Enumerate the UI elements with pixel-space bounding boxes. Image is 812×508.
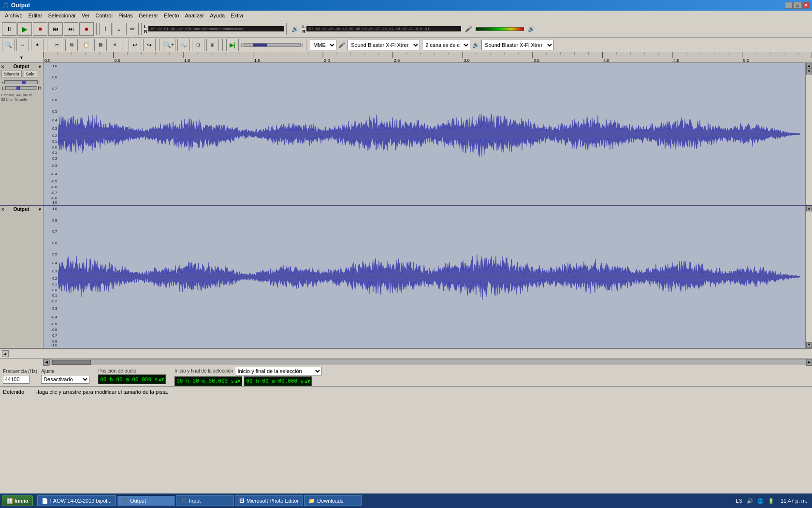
track1-dropdown[interactable]: ▼ <box>38 64 42 69</box>
record-button[interactable]: ● <box>79 22 94 36</box>
tool-draw[interactable]: ✏ <box>126 23 139 35</box>
track2-close[interactable]: ✕ <box>1 207 5 212</box>
track1-solo[interactable]: Solo <box>24 71 37 77</box>
prev-button[interactable]: ⏮ <box>48 22 63 36</box>
adjust-select[interactable]: Desactivado <box>41 375 89 384</box>
menu-control[interactable]: Control <box>92 12 115 19</box>
systray-network[interactable]: 🌐 <box>756 497 764 505</box>
tool-select[interactable]: I <box>99 23 112 35</box>
play-button[interactable]: ▶ <box>17 22 32 36</box>
api-select[interactable]: MME <box>310 40 336 50</box>
cursor-arrow[interactable]: ▼ <box>19 55 24 60</box>
track1-mute[interactable]: Silencio <box>1 71 22 77</box>
svg-text:0.5: 0.5 <box>115 58 121 62</box>
cut-tool[interactable]: ✂ <box>51 39 63 51</box>
taskbar-photo[interactable]: 🖼 Microsoft Photo Editor <box>235 495 303 506</box>
menu-analizar[interactable]: Analizar <box>182 12 207 19</box>
menu-archivo[interactable]: Archivo <box>2 12 26 19</box>
end-arrows[interactable]: ▲▼ <box>304 379 310 384</box>
systray-battery[interactable]: 🔋 <box>767 497 775 505</box>
position-slider[interactable] <box>243 43 301 47</box>
pos-arrows[interactable]: ▲▼ <box>159 377 164 382</box>
close-button[interactable]: ✕ <box>802 2 810 9</box>
vscroll-up[interactable]: ▲ <box>806 63 812 69</box>
svg-text:4.0: 4.0 <box>603 58 609 62</box>
pause-button[interactable]: ⏸ <box>2 22 16 36</box>
track2-vscroll[interactable]: ▲ ▼ <box>805 206 812 348</box>
menu-pistas[interactable]: Pistas <box>116 12 136 19</box>
time-shift-tool[interactable]: ↔ <box>16 39 29 51</box>
track1-waveform[interactable]: 1.0 0.8 0.7 0.6 0.5 0.4 0.3 0.2 0.1 0.0 … <box>44 63 805 205</box>
track1-name: Output <box>14 64 29 69</box>
selection-type-select[interactable]: Inicio y final de la selección <box>235 367 322 375</box>
track-expand-btn[interactable]: ▲ <box>2 350 9 357</box>
output-slider[interactable] <box>476 27 524 31</box>
zoom-out-btn[interactable]: 🔍- <box>177 39 190 51</box>
menu-seleccionar[interactable]: Seleccionar <box>45 12 78 19</box>
play-cursor[interactable]: ▶| <box>226 39 239 51</box>
zoom-in-btn[interactable]: 🔍+ <box>163 39 175 51</box>
zoom-tool[interactable]: 🔍 <box>2 39 14 51</box>
next-button[interactable]: ⏭ <box>64 22 78 36</box>
output-volume-icon[interactable]: 🔊 <box>289 23 302 35</box>
hscroll-spacer <box>0 359 44 366</box>
channels-select[interactable]: 2 canales de c <box>422 40 470 50</box>
track2-y-axis: 1.0 0.8 0.7 0.6 0.5 0.4 0.3 0.2 0.1 0.0 … <box>44 206 58 348</box>
silence-tool[interactable]: ≡ <box>109 39 121 51</box>
input-device-select[interactable]: Sound Blaster X-Fi Xtrer <box>348 40 420 50</box>
menu-ayuda[interactable]: Ayuda <box>207 12 228 19</box>
track1-gain-row: - + <box>1 79 42 85</box>
svg-text:3.5: 3.5 <box>534 58 540 62</box>
menu-ver[interactable]: Ver <box>79 12 93 19</box>
systray-lang[interactable]: ES <box>735 497 743 505</box>
track1-vscroll[interactable]: ▲ ▼ <box>805 63 812 205</box>
output-device-select[interactable]: Sound Blaster X-Fi Xtrer <box>481 40 554 50</box>
systray-volume[interactable]: 🔊 <box>746 497 754 505</box>
maximize-button[interactable]: □ <box>794 2 801 9</box>
zoom-fit-btn[interactable]: ⊞ <box>206 39 219 51</box>
taskbar-faow[interactable]: 📄 FAOW 14-02-2019 bipol... <box>37 495 116 506</box>
track1-close[interactable]: ✕ <box>1 64 5 69</box>
hscroll-thumb[interactable] <box>52 360 91 365</box>
track2-dropdown[interactable]: ▼ <box>38 207 42 212</box>
tool-envelope[interactable]: ⌄ <box>113 23 125 35</box>
vu-input-display[interactable]: -57 -54 -51 -48 -45 · Clic para comenzar… <box>148 26 284 31</box>
track1-y-axis: 1.0 0.8 0.7 0.6 0.5 0.4 0.3 0.2 0.1 0.0 … <box>44 63 58 205</box>
output-mic-icon[interactable]: 🎤 <box>462 23 475 35</box>
hscroll-right[interactable]: ▶ <box>806 359 812 366</box>
audio-pos-field[interactable]: 00 h 00 m 00.000 s ▲▼ <box>98 374 166 384</box>
sel-start-field[interactable]: 00 h 00 m 00.000 s ▲▼ <box>174 376 242 386</box>
track1-gain-slider[interactable] <box>4 80 38 84</box>
copy-region[interactable]: ⧉ <box>65 39 78 51</box>
output-vol-btn[interactable]: 🔊 <box>525 23 537 35</box>
undo-btn[interactable]: ↩ <box>129 39 141 51</box>
stop-button[interactable]: ■ <box>33 22 47 36</box>
zoom-sel-btn[interactable]: ⊡ <box>192 39 204 51</box>
paste-tool[interactable]: 📋 <box>80 39 92 51</box>
sel-end-field[interactable]: 00 h 00 m 00.000 s ▲▼ <box>244 376 312 386</box>
hscroll-left[interactable]: ◀ <box>44 359 49 366</box>
vscroll2-up[interactable]: ▲ <box>806 206 812 211</box>
menu-generar[interactable]: Generar <box>136 12 161 19</box>
menu-editar[interactable]: Editar <box>26 12 45 19</box>
menu-extra[interactable]: Extra <box>228 12 246 19</box>
track2-name: Output <box>14 207 29 212</box>
menu-efecto[interactable]: Efecto <box>161 12 182 19</box>
output-vu-display[interactable]: -57 -54 -51 -48 -45 -42 -39 -36 -33 -30 … <box>306 26 461 31</box>
freq-input[interactable] <box>3 375 29 384</box>
vscroll2-down[interactable]: ▼ <box>806 342 812 348</box>
svg-text:1.5: 1.5 <box>254 58 261 62</box>
vscroll-down[interactable]: ▼ <box>806 69 812 75</box>
hscroll-track[interactable] <box>49 359 806 365</box>
redo-btn[interactable]: ↪ <box>143 39 156 51</box>
taskbar-downloads[interactable]: 📁 Downloads <box>304 495 362 506</box>
taskbar-input[interactable]: 🎵 Input <box>176 495 234 506</box>
track1-pan-slider[interactable] <box>5 86 37 90</box>
trim-tool[interactable]: ⊠ <box>94 39 107 51</box>
start-button[interactable]: 🪟 FAOW 14-02-2019 bipol... Inicio <box>2 495 33 506</box>
multi-tool[interactable]: ✶ <box>31 39 44 51</box>
taskbar-output[interactable]: 🎵 Output <box>117 495 175 506</box>
start-arrows[interactable]: ▲▼ <box>235 379 240 384</box>
track2-waveform[interactable]: 1.0 0.8 0.7 0.6 0.5 0.4 0.3 0.2 0.1 0.0 … <box>44 206 805 348</box>
minimize-button[interactable]: _ <box>785 2 793 9</box>
